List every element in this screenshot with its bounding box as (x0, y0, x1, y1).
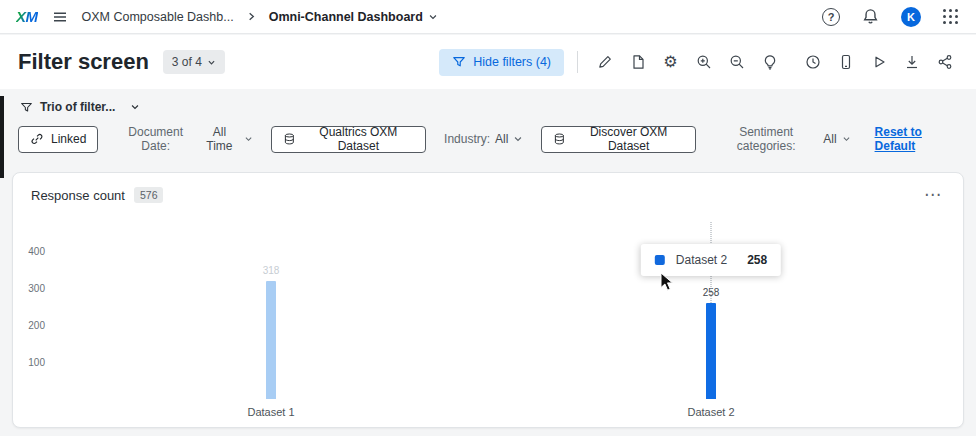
zoom-out-button[interactable] (723, 49, 750, 75)
qualtrics-dataset-chip[interactable]: Qualtrics OXM Dataset (271, 126, 426, 153)
play-button[interactable] (865, 49, 892, 75)
widget-count-badge: 576 (134, 187, 164, 203)
sentiment-value: All (823, 132, 836, 146)
industry-label: Industry: (444, 132, 490, 146)
sentiment-label: Sentiment categories: (714, 125, 818, 153)
dashboard-toolbar: Hide filters (4) ⚙ (439, 49, 958, 76)
filter-funnel-icon (20, 101, 33, 114)
chevron-down-icon (428, 12, 438, 22)
link-icon (30, 132, 44, 146)
apps-grid-icon (943, 9, 958, 24)
industry-value: All (495, 132, 508, 146)
breadcrumb-current: Omni-Channel Dashboard (269, 10, 423, 24)
zoom-in-button[interactable] (690, 49, 717, 75)
ellipsis-icon: ⋯ (924, 185, 941, 204)
y-tick-label: 300 (28, 282, 45, 293)
screen-edge-artifact (0, 96, 4, 178)
lightbulb-icon (762, 54, 778, 70)
chevron-down-icon (244, 134, 253, 144)
export-button[interactable] (624, 49, 651, 75)
zoom-out-icon (729, 54, 745, 70)
clock-icon (805, 54, 821, 70)
xm-logo: XM (16, 8, 38, 25)
hamburger-menu-button[interactable] (50, 7, 70, 27)
mobile-device-icon (838, 54, 854, 70)
bar-chart: 100200300400 Dataset 2 258 318Dataset 12… (17, 209, 959, 423)
plot-area: Dataset 2 258 318Dataset 1258Dataset 2 (51, 232, 931, 399)
topbar-right: ? K (820, 5, 960, 29)
chevron-down-icon (842, 134, 851, 144)
tooltip-value: 258 (747, 253, 767, 267)
tooltip-series-swatch (655, 255, 665, 265)
play-icon (871, 54, 887, 70)
chevron-down-icon (207, 58, 216, 67)
edit-pencil-icon (597, 54, 613, 70)
help-icon: ? (822, 8, 840, 26)
history-button[interactable] (799, 49, 826, 75)
y-tick-label: 200 (28, 319, 45, 330)
x-axis-label: Dataset 1 (247, 406, 294, 418)
mobile-preview-button[interactable] (832, 49, 859, 75)
mouse-cursor (660, 272, 674, 292)
bar-value-label: 318 (263, 265, 280, 276)
industry-filter[interactable]: Industry: All (444, 132, 523, 146)
breadcrumb-parent[interactable]: OXM Composable Dashb... (82, 10, 234, 24)
linked-chip-label: Linked (51, 132, 86, 146)
share-icon (937, 54, 953, 70)
insights-button[interactable] (756, 49, 783, 75)
top-navigation-bar: XM OXM Composable Dashb... Omni-Channel … (0, 0, 976, 34)
tooltip-series-label: Dataset 2 (676, 253, 727, 267)
widget-title-wrap: Response count 576 (31, 187, 163, 203)
help-button[interactable]: ? (820, 6, 842, 28)
account-button[interactable]: K (899, 5, 923, 29)
toolbar-divider (577, 51, 578, 73)
bell-icon (862, 8, 879, 25)
zoom-in-icon (696, 54, 712, 70)
filter-funnel-icon (452, 55, 466, 69)
widget-header: Response count 576 ⋯ (13, 173, 963, 203)
y-axis: 100200300400 (17, 232, 47, 399)
qualtrics-dataset-label: Qualtrics OXM Dataset (303, 125, 415, 153)
hide-filters-button[interactable]: Hide filters (4) (439, 49, 564, 76)
filter-group-selector[interactable]: Trio of filter... (0, 89, 976, 118)
page-header: Filter screen 3 of 4 Hide filters (4) ⚙ (0, 35, 976, 89)
filter-group-label: Trio of filter... (40, 100, 115, 114)
document-icon (630, 54, 646, 70)
edit-button[interactable] (591, 49, 618, 75)
gear-icon: ⚙ (663, 54, 677, 70)
hamburger-icon (52, 9, 68, 25)
y-tick-label: 100 (28, 356, 45, 367)
page-title: Filter screen (18, 49, 149, 75)
widget-options-button[interactable]: ⋯ (920, 188, 945, 202)
dashboard-selector[interactable]: Omni-Channel Dashboard (269, 10, 438, 24)
database-icon (283, 132, 296, 146)
page-indicator-label: 3 of 4 (172, 55, 202, 69)
chevron-down-icon (513, 134, 523, 144)
download-button[interactable] (898, 49, 925, 75)
chevron-right-icon (246, 11, 257, 22)
settings-button[interactable]: ⚙ (657, 49, 684, 75)
page-indicator-dropdown[interactable]: 3 of 4 (163, 50, 225, 74)
reset-to-default-link[interactable]: Reset to Default (875, 125, 958, 153)
chevron-down-icon (130, 102, 140, 112)
bar-dataset-1[interactable] (266, 281, 276, 399)
share-button[interactable] (931, 49, 958, 75)
x-axis-label: Dataset 2 (687, 406, 734, 418)
document-date-filter[interactable]: Document Date: All Time (116, 125, 252, 153)
apps-menu-button[interactable] (941, 7, 960, 26)
linked-filter-chip[interactable]: Linked (18, 126, 98, 153)
widget-title: Response count (31, 188, 125, 203)
discover-dataset-chip[interactable]: Discover OXM Dataset (541, 126, 696, 153)
sentiment-categories-filter[interactable]: Sentiment categories: All (714, 125, 850, 153)
download-icon (904, 54, 920, 70)
document-date-label: Document Date: (116, 125, 195, 153)
bar-dataset-2[interactable] (706, 303, 716, 399)
page-header-left: Filter screen 3 of 4 (18, 49, 225, 75)
notifications-button[interactable] (860, 6, 881, 27)
filter-chips-row: Linked Document Date: All Time Qualtrics… (0, 118, 976, 160)
filter-section: Trio of filter... Linked Document Date: … (0, 89, 976, 160)
database-icon (553, 132, 566, 146)
document-date-value: All Time (200, 125, 239, 153)
discover-dataset-label: Discover OXM Dataset (573, 125, 684, 153)
user-avatar: K (901, 7, 921, 27)
